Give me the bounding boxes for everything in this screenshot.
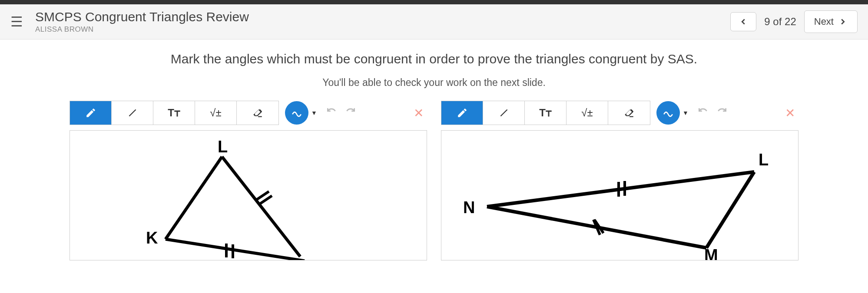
toolbar-left: Tᴛ √± ▼ (70, 101, 427, 125)
undo-button[interactable] (326, 106, 337, 119)
undo-icon (326, 106, 337, 118)
prev-button[interactable] (730, 12, 756, 31)
canvas-row: Tᴛ √± ▼ (17, 101, 851, 260)
scribble-color-button[interactable] (656, 101, 680, 125)
line-icon (127, 107, 138, 119)
text-tool[interactable]: Tᴛ (525, 101, 567, 125)
color-dropdown-caret[interactable]: ▼ (682, 109, 689, 116)
color-dropdown-caret[interactable]: ▼ (311, 109, 317, 116)
eraser-tool[interactable] (608, 101, 650, 125)
page-title: SMCPS Congruent Triangles Review (35, 10, 730, 24)
scribble-icon (663, 107, 674, 119)
triangle-right: L N M (450, 131, 780, 260)
vertex-K: K (146, 229, 158, 247)
tool-group: Tᴛ √± (441, 101, 650, 125)
math-tool-label: √± (581, 107, 593, 119)
svg-line-9 (500, 109, 507, 116)
undo-icon (697, 106, 709, 118)
menu-icon[interactable]: ☰ (10, 15, 23, 29)
triangle-left: L K (105, 131, 331, 260)
line-icon (498, 107, 510, 119)
svg-line-11 (487, 172, 754, 207)
line-tool[interactable] (483, 101, 525, 125)
scribble-color-button[interactable] (285, 101, 308, 125)
line-tool[interactable] (112, 101, 153, 125)
canvas-block-left: Tᴛ √± ▼ (70, 101, 427, 260)
toolbar-right: Tᴛ √± ▼ (441, 101, 798, 125)
undo-redo-group (326, 106, 356, 119)
title-block: SMCPS Congruent Triangles Review ALISSA … (35, 10, 730, 34)
tool-group: Tᴛ √± (70, 101, 279, 125)
scribble-icon (291, 107, 302, 119)
eraser-tool[interactable] (237, 101, 278, 125)
redo-button[interactable] (345, 106, 356, 119)
clear-button[interactable]: ✕ (785, 106, 795, 120)
canvas-left[interactable]: L K (70, 130, 427, 260)
undo-redo-group (697, 106, 728, 119)
text-tool-label: Tᴛ (539, 107, 552, 119)
undo-button[interactable] (697, 106, 709, 119)
math-tool[interactable]: √± (567, 101, 608, 125)
next-button[interactable]: Next (804, 10, 858, 33)
text-tool[interactable]: Tᴛ (153, 101, 195, 125)
header-bar: ☰ SMCPS Congruent Triangles Review ALISS… (0, 4, 868, 40)
redo-button[interactable] (716, 106, 728, 119)
canvas-right[interactable]: L N M (441, 130, 798, 260)
canvas-block-right: Tᴛ √± ▼ (441, 101, 798, 260)
author-name: ALISSA BROWN (35, 25, 730, 34)
content-area: Mark the angles which must be congruent … (0, 40, 868, 260)
vertex-N: N (463, 198, 475, 217)
svg-line-0 (129, 109, 136, 116)
svg-line-2 (166, 157, 222, 239)
clear-button[interactable]: ✕ (414, 106, 424, 120)
hint-text: You'll be able to check your work on the… (17, 77, 851, 89)
svg-line-13 (706, 172, 754, 248)
eraser-icon (252, 107, 263, 119)
text-tool-label: Tᴛ (168, 107, 180, 119)
math-tool[interactable]: √± (195, 101, 237, 125)
pencil-tool[interactable] (70, 101, 112, 125)
next-label: Next (814, 16, 834, 27)
svg-line-4 (166, 239, 305, 260)
pencil-icon (457, 107, 468, 119)
question-text: Mark the angles which must be congruent … (17, 52, 851, 66)
chevron-left-icon (739, 17, 748, 26)
vertex-L: L (218, 138, 228, 156)
pencil-tool[interactable] (441, 101, 483, 125)
page-indicator: 9 of 22 (764, 16, 796, 28)
eraser-icon (623, 107, 635, 119)
svg-line-3 (222, 157, 300, 257)
top-dark-bar (0, 0, 868, 4)
nav-group: 9 of 22 Next (730, 10, 858, 33)
redo-icon (345, 106, 356, 118)
redo-icon (716, 106, 728, 118)
vertex-L: L (759, 151, 769, 169)
math-tool-label: √± (210, 107, 221, 119)
chevron-right-icon (838, 17, 848, 26)
pencil-icon (85, 107, 96, 119)
